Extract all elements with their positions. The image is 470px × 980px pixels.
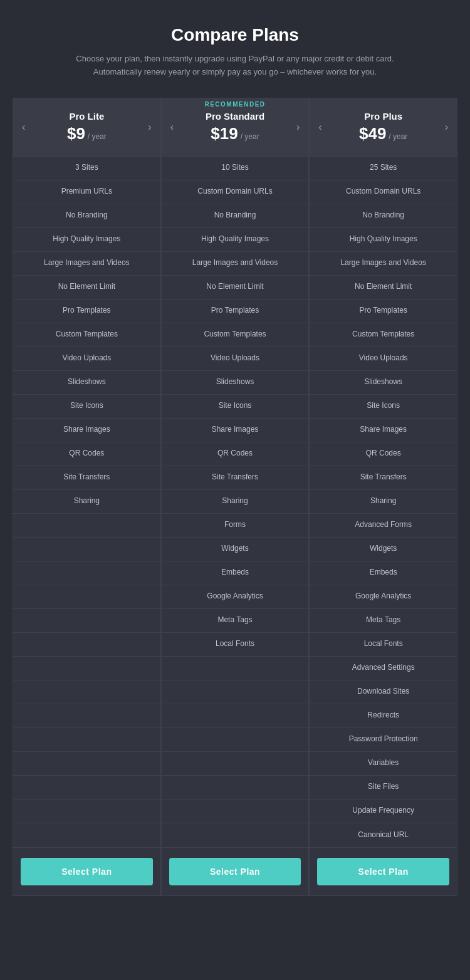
feature-item: Site Icons — [162, 395, 309, 419]
plan-pro-lite-price: $9 / year — [67, 124, 107, 143]
feature-item-empty — [162, 680, 309, 704]
plan-pro-plus-prev-button[interactable]: ‹ — [313, 119, 326, 135]
feature-item: Sharing — [13, 490, 160, 514]
feature-item-empty — [162, 823, 309, 847]
feature-item: Redirects — [310, 704, 457, 728]
feature-item: No Branding — [310, 204, 457, 228]
feature-item: High Quality Images — [310, 228, 457, 252]
feature-item: Site Transfers — [310, 466, 457, 490]
feature-item: Canonical URL — [310, 823, 457, 847]
plan-pro-standard-next-button[interactable]: › — [291, 119, 305, 135]
feature-item: 25 Sites — [310, 157, 457, 180]
feature-item: Share Images — [162, 419, 309, 442]
feature-item-empty — [13, 680, 160, 704]
feature-item: Custom Templates — [310, 323, 457, 347]
plan-pro-lite-name: Pro Lite — [69, 111, 104, 122]
plan-pro-lite-next-button[interactable]: › — [143, 119, 156, 135]
header-description: Choose your plan, then instantly upgrade… — [13, 53, 457, 79]
plan-pro-plus-footer: Select Plan — [310, 847, 457, 895]
feature-item: QR Codes — [162, 442, 309, 466]
feature-item: Widgets — [310, 538, 457, 561]
feature-item: No Element Limit — [13, 276, 160, 300]
feature-item: Custom Templates — [162, 323, 309, 347]
plan-pro-plus-price: $49 / year — [359, 124, 407, 143]
plan-pro-plus-next-button[interactable]: › — [440, 119, 453, 135]
plan-pro-lite-header: ‹ Pro Lite $9 / year › — [13, 98, 160, 157]
feature-item: Password Protection — [310, 728, 457, 752]
plan-pro-lite-select-button[interactable]: Select Plan — [21, 858, 153, 885]
feature-item: Advanced Settings — [310, 657, 457, 680]
feature-item-empty — [13, 633, 160, 657]
feature-item-empty — [13, 561, 160, 585]
feature-item: High Quality Images — [162, 228, 309, 252]
feature-item-empty — [13, 609, 160, 633]
plan-pro-lite-prev-button[interactable]: ‹ — [17, 119, 30, 135]
feature-item-empty — [13, 585, 160, 609]
feature-item: Slideshows — [13, 371, 160, 395]
plan-pro-plus-features: 25 SitesCustom Domain URLsNo BrandingHig… — [310, 157, 457, 847]
page-title: Compare Plans — [13, 25, 457, 45]
feature-item: Advanced Forms — [310, 514, 457, 538]
feature-item: 3 Sites — [13, 157, 160, 180]
feature-item: Pro Templates — [162, 300, 309, 323]
feature-item-empty — [162, 752, 309, 776]
feature-item-empty — [162, 704, 309, 728]
recommended-badge: RECOMMENDED — [204, 101, 265, 108]
feature-item: Download Sites — [310, 680, 457, 704]
feature-item-empty — [13, 776, 160, 800]
feature-item: Meta Tags — [310, 609, 457, 633]
plan-pro-lite-features: 3 SitesPremium URLsNo BrandingHigh Quali… — [13, 157, 160, 847]
feature-item: Share Images — [310, 419, 457, 442]
plan-pro-standard-prev-button[interactable]: ‹ — [165, 119, 179, 135]
feature-item: Video Uploads — [310, 347, 457, 371]
feature-item: Embeds — [162, 561, 309, 585]
feature-item: Site Transfers — [162, 466, 309, 490]
feature-item: 10 Sites — [162, 157, 309, 180]
feature-item: Large Images and Videos — [162, 252, 309, 276]
feature-item: Embeds — [310, 561, 457, 585]
feature-item: No Branding — [13, 204, 160, 228]
feature-item: Site Icons — [13, 395, 160, 419]
feature-item: Pro Templates — [310, 300, 457, 323]
feature-item-empty — [162, 657, 309, 680]
feature-item: QR Codes — [13, 442, 160, 466]
feature-item: Video Uploads — [13, 347, 160, 371]
feature-item: Video Uploads — [162, 347, 309, 371]
feature-item: No Element Limit — [310, 276, 457, 300]
plan-pro-plus-name: Pro Plus — [364, 111, 402, 122]
feature-item-empty — [13, 823, 160, 847]
feature-item-empty — [13, 800, 160, 823]
plan-pro-standard-features: 10 SitesCustom Domain URLsNo BrandingHig… — [162, 157, 309, 847]
feature-item: Large Images and Videos — [310, 252, 457, 276]
feature-item: No Branding — [162, 204, 309, 228]
feature-item: Slideshows — [162, 371, 309, 395]
feature-item: Widgets — [162, 538, 309, 561]
plan-pro-standard-select-button[interactable]: Select Plan — [169, 858, 301, 885]
page-header: Compare Plans Choose your plan, then ins… — [13, 25, 457, 79]
plan-pro-plus-header: ‹ Pro Plus $49 / year › — [310, 98, 457, 157]
feature-item-empty — [13, 704, 160, 728]
plan-pro-standard-name: Pro Standard — [206, 111, 264, 122]
feature-item: Custom Domain URLs — [162, 180, 309, 204]
feature-item: Forms — [162, 514, 309, 538]
plan-pro-standard-price: $19 / year — [211, 124, 259, 143]
feature-item: Custom Templates — [13, 323, 160, 347]
feature-item: No Element Limit — [162, 276, 309, 300]
plan-pro-plus-select-button[interactable]: Select Plan — [317, 858, 449, 885]
feature-item: Site Icons — [310, 395, 457, 419]
feature-item: Google Analytics — [162, 585, 309, 609]
feature-item-empty — [13, 657, 160, 680]
feature-item-empty — [13, 752, 160, 776]
plan-pro-lite-footer: Select Plan — [13, 847, 160, 895]
feature-item: Update Frequency — [310, 800, 457, 823]
feature-item: Large Images and Videos — [13, 252, 160, 276]
feature-item-empty — [162, 776, 309, 800]
feature-item: QR Codes — [310, 442, 457, 466]
feature-item-empty — [162, 800, 309, 823]
feature-item: Premium URLs — [13, 180, 160, 204]
feature-item-empty — [13, 728, 160, 752]
plan-pro-lite: ‹ Pro Lite $9 / year › 3 SitesPremium UR… — [13, 98, 161, 896]
feature-item: Share Images — [13, 419, 160, 442]
feature-item: Pro Templates — [13, 300, 160, 323]
feature-item: Slideshows — [310, 371, 457, 395]
